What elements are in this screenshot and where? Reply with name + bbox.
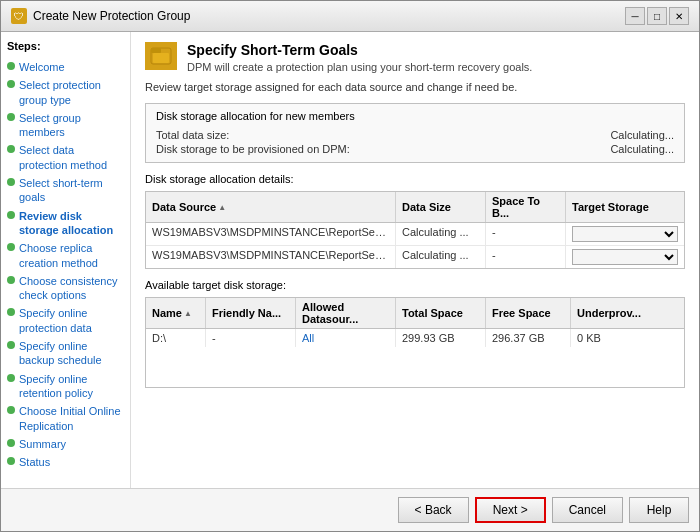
sidebar-item-label: Select data protection method [19, 143, 124, 172]
col-header-underprov: Underprov... [571, 298, 684, 328]
col-header-freespace: Free Space [486, 298, 571, 328]
avail-table-row: D:\ - All 299.93 GB 296.37 GB 0 KB [146, 329, 684, 347]
col-header-spacetob: Space To B... [486, 192, 566, 222]
sidebar-item-5[interactable]: Review disk storage allocation [7, 209, 124, 238]
sidebar-dot [7, 243, 15, 251]
disk-allocation-box: Disk storage allocation for new members … [145, 103, 685, 163]
sidebar-item-label: Choose replica creation method [19, 241, 124, 270]
sidebar-dot [7, 457, 15, 465]
sidebar-item-9[interactable]: Specify online backup schedule [7, 339, 124, 368]
sidebar-item-label: Specify online backup schedule [19, 339, 124, 368]
sidebar-dot [7, 276, 15, 284]
td-datasize: Calculating ... [396, 223, 486, 245]
td-targetstorage[interactable] [566, 223, 684, 245]
steps-label: Steps: [7, 40, 124, 52]
title-bar: 🛡 Create New Protection Group ─ □ ✕ [1, 1, 699, 32]
sidebar-dot [7, 62, 15, 70]
available-storage-table: Name ▲ Friendly Na... Allowed Datasour..… [145, 297, 685, 388]
sidebar-item-3[interactable]: Select data protection method [7, 143, 124, 172]
sidebar-item-13[interactable]: Status [7, 455, 124, 469]
disk-allocation-title: Disk storage allocation for new members [156, 110, 674, 122]
sidebar-item-7[interactable]: Choose consistency check options [7, 274, 124, 303]
avail-table-header: Name ▲ Friendly Na... Allowed Datasour..… [146, 298, 684, 329]
help-button[interactable]: Help [629, 497, 689, 523]
sidebar-item-0[interactable]: Welcome [7, 60, 124, 74]
sort-icon: ▲ [218, 203, 226, 212]
disk-provision-value: Calculating... [610, 143, 674, 155]
td-spacetob: - [486, 223, 566, 245]
td-datasource: WS19MABSV3\MSDPMINSTANCE\ReportServe... [146, 223, 396, 245]
td-friendly: - [206, 329, 296, 347]
sidebar-item-label: Welcome [19, 60, 65, 74]
td-name: D:\ [146, 329, 206, 347]
td-datasize: Calculating ... [396, 246, 486, 268]
col-header-datasize: Data Size [396, 192, 486, 222]
table-row: WS19MABSV3\MSDPMINSTANCE\ReportServe... … [146, 223, 684, 246]
svg-rect-2 [153, 53, 169, 63]
td-freespace: 296.37 GB [486, 329, 571, 347]
close-button[interactable]: ✕ [669, 7, 689, 25]
col-header-targetstorage: Target Storage [566, 192, 684, 222]
sidebar-item-11[interactable]: Choose Initial Online Replication [7, 404, 124, 433]
sidebar-item-6[interactable]: Choose replica creation method [7, 241, 124, 270]
disk-provision-row: Disk storage to be provisioned on DPM: C… [156, 142, 674, 156]
page-subtitle: DPM will create a protection plan using … [187, 61, 532, 73]
td-underprov: 0 KB [571, 329, 684, 347]
disk-provision-label: Disk storage to be provisioned on DPM: [156, 143, 350, 155]
total-data-size-value: Calculating... [610, 129, 674, 141]
sidebar-item-2[interactable]: Select group members [7, 111, 124, 140]
allocation-table-header: Data Source ▲ Data Size Space To B... Ta… [146, 192, 684, 223]
sidebar-dot [7, 178, 15, 186]
page-header: Specify Short-Term Goals DPM will create… [145, 42, 685, 73]
total-data-size-label: Total data size: [156, 129, 229, 141]
sidebar-dot [7, 113, 15, 121]
sidebar-item-label: Specify online protection data [19, 306, 124, 335]
sidebar-item-8[interactable]: Specify online protection data [7, 306, 124, 335]
sidebar-dot [7, 341, 15, 349]
sidebar-item-label: Summary [19, 437, 66, 451]
sidebar-item-label: Select group members [19, 111, 124, 140]
sidebar-item-label: Choose Initial Online Replication [19, 404, 124, 433]
target-storage-select[interactable] [572, 249, 678, 265]
sidebar-dot [7, 374, 15, 382]
total-data-size-row: Total data size: Calculating... [156, 128, 674, 142]
sidebar-dot [7, 308, 15, 316]
td-totalspace: 299.93 GB [396, 329, 486, 347]
next-button[interactable]: Next > [475, 497, 546, 523]
sidebar-item-4[interactable]: Select short-term goals [7, 176, 124, 205]
sidebar-item-label: Review disk storage allocation [19, 209, 124, 238]
sidebar-dot [7, 406, 15, 414]
td-allowed: All [296, 329, 396, 347]
maximize-button[interactable]: □ [647, 7, 667, 25]
table-row: WS19MABSV3\MSDPMINSTANCE\ReportServe... … [146, 246, 684, 268]
sidebar-item-1[interactable]: Select protection group type [7, 78, 124, 107]
header-icon [145, 42, 177, 70]
target-storage-select[interactable] [572, 226, 678, 242]
sidebar-dot [7, 211, 15, 219]
col-header-datasource: Data Source ▲ [146, 192, 396, 222]
window-icon: 🛡 [11, 8, 27, 24]
minimize-button[interactable]: ─ [625, 7, 645, 25]
sidebar-item-label: Specify online retention policy [19, 372, 124, 401]
description-text: Review target storage assigned for each … [145, 81, 685, 93]
available-storage-title: Available target disk storage: [145, 279, 685, 291]
td-spacetob: - [486, 246, 566, 268]
back-button[interactable]: < Back [398, 497, 469, 523]
avail-empty-space [146, 347, 684, 387]
available-storage-section: Available target disk storage: Name ▲ Fr… [145, 279, 685, 388]
sidebar-item-12[interactable]: Summary [7, 437, 124, 451]
page-title: Specify Short-Term Goals [187, 42, 532, 58]
main-window: 🛡 Create New Protection Group ─ □ ✕ Step… [0, 0, 700, 532]
window-title: Create New Protection Group [33, 9, 619, 23]
title-bar-controls: ─ □ ✕ [625, 7, 689, 25]
col-header-name: Name ▲ [146, 298, 206, 328]
sidebar-item-label: Select protection group type [19, 78, 124, 107]
sidebar-item-label: Choose consistency check options [19, 274, 124, 303]
footer: < Back Next > Cancel Help [1, 488, 699, 531]
main-content: Specify Short-Term Goals DPM will create… [131, 32, 699, 488]
sidebar-dot [7, 145, 15, 153]
sidebar-item-label: Select short-term goals [19, 176, 124, 205]
sidebar-item-10[interactable]: Specify online retention policy [7, 372, 124, 401]
td-targetstorage[interactable] [566, 246, 684, 268]
cancel-button[interactable]: Cancel [552, 497, 623, 523]
